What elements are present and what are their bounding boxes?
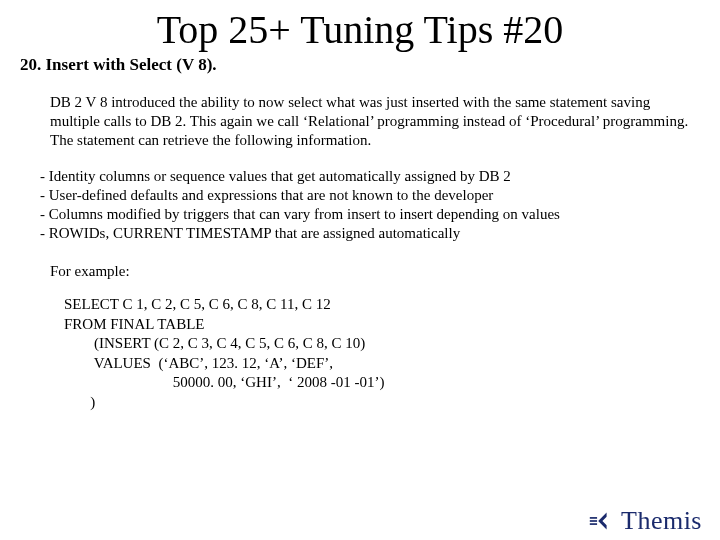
bullet-item: - Identity columns or sequence values th… [40,167,690,186]
code-block: SELECT C 1, C 2, C 5, C 6, C 8, C 11, C … [64,295,690,412]
themis-logo: Themis [587,506,702,536]
svg-rect-2 [590,520,597,522]
slide-body: DB 2 V 8 introduced the ability to now s… [50,93,690,412]
bullet-item: - ROWIDs, CURRENT TIMESTAMP that are ass… [40,224,690,243]
code-line: 50000. 00, ‘GHI’, ‘ 2008 -01 -01’) [64,374,384,390]
code-line: (INSERT (C 2, C 3, C 4, C 5, C 6, C 8, C… [64,335,365,351]
slide: Top 25+ Tuning Tips #20 20. Insert with … [0,6,720,540]
themis-logo-text: Themis [621,506,702,536]
svg-rect-1 [590,517,597,519]
code-line: FROM FINAL TABLE [64,316,204,332]
bullet-list: - Identity columns or sequence values th… [40,167,690,242]
themis-logo-icon [587,507,615,535]
svg-rect-3 [590,523,597,525]
code-line: ) [64,394,95,410]
code-line: SELECT C 1, C 2, C 5, C 6, C 8, C 11, C … [64,296,331,312]
slide-title: Top 25+ Tuning Tips #20 [0,6,720,53]
code-line: VALUES (‘ABC’, 123. 12, ‘A’, ‘DEF’, [64,355,333,371]
svg-marker-0 [598,513,606,530]
bullet-item: - User-defined defaults and expressions … [40,186,690,205]
slide-subtitle: 20. Insert with Select (V 8). [20,55,720,75]
intro-paragraph: DB 2 V 8 introduced the ability to now s… [50,93,690,149]
bullet-item: - Columns modified by triggers that can … [40,205,690,224]
for-example-label: For example: [50,262,690,281]
